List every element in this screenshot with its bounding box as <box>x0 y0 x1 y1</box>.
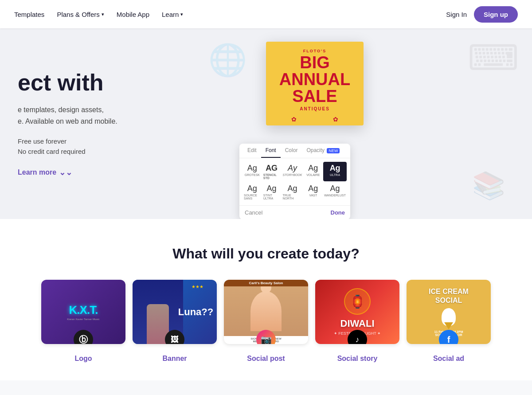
hero-title: ect with <box>18 70 117 95</box>
bullet-no-card: No credit card required <box>18 148 117 155</box>
nav-item-templates[interactable]: Templates <box>14 11 44 18</box>
learn-more-label: Learn more <box>18 168 56 176</box>
font-option-ultra[interactable]: Ag ULTRA <box>323 162 347 181</box>
create-card-banner: Luna?? ★★★ 🖼 <box>133 280 217 344</box>
nav-label-mobile: Mobile App <box>117 11 149 18</box>
font-tab-font[interactable]: Font <box>261 144 281 158</box>
chevron-down-icon: ▾ <box>180 12 183 17</box>
create-card-social-story: 🏮 DIWALI ✦ FESTIVAL OF LIGHT ✦ ♪ <box>315 280 399 344</box>
books-illustration: 📚 <box>472 170 505 201</box>
create-item-social-post[interactable]: Carli's Beauty Salon SIGN UP FOR OUR NEW… <box>224 280 308 363</box>
font-panel-actions: Cancel Done <box>239 205 350 219</box>
nav-item-mobile[interactable]: Mobile App <box>117 11 149 18</box>
navbar: Templates Plans & Offers ▾ Mobile App Le… <box>0 0 532 28</box>
logo-preview-text: K.X.T. <box>69 303 98 317</box>
create-section: What will you create today? K.X.T. Kiera… <box>0 219 532 380</box>
font-option-volaire[interactable]: Ag VOLAIRE <box>304 162 322 181</box>
design-card-deco: ✿✿ <box>271 113 358 125</box>
font-done-button[interactable]: Done <box>331 209 345 216</box>
logo-preview-sub: Kieran Xavier Tanner Music <box>67 318 99 321</box>
nav-label-learn: Learn <box>162 11 179 18</box>
design-card-brand: FLOTO'S <box>271 49 358 53</box>
create-card-social-ad: ICE CREAMSOCIAL 11 Feb · FROM 2PM SCOOPS… <box>407 280 491 344</box>
create-banner-label: Banner <box>162 355 187 363</box>
font-panel-tabs: Edit Font Color Opacity NEW <box>239 144 350 158</box>
design-card-main: BIG ANNUAL SALE <box>271 54 358 105</box>
create-card-logo: K.X.T. Kieran Xavier Tanner Music ⓑ <box>41 280 125 344</box>
hero-text: ect with e templates, design assets,e. A… <box>18 70 117 177</box>
bullet-free: Free use forever <box>18 137 117 145</box>
create-item-social-ad[interactable]: ICE CREAMSOCIAL 11 Feb · FROM 2PM SCOOPS… <box>407 280 491 363</box>
font-tab-edit[interactable]: Edit <box>243 144 261 158</box>
font-option-truenorth[interactable]: Ag TRUE NORTH <box>282 182 303 202</box>
hero-subtitle: e templates, design assets,e. Available … <box>18 104 117 127</box>
globe-illustration: 🌐 <box>208 42 247 78</box>
create-item-banner[interactable]: Luna?? ★★★ 🖼 Banner <box>133 280 217 363</box>
font-option-stencil[interactable]: AG STENCIL STD <box>262 162 281 181</box>
font-grid: Ag GROTESK AG STENCIL STD Ay STORYBOOK A… <box>239 158 350 205</box>
new-badge: NEW <box>327 148 340 153</box>
banner-preview-text: Luna?? <box>178 307 213 317</box>
design-card-sub: ANTIQUES <box>271 106 358 111</box>
create-grid: K.X.T. Kieran Xavier Tanner Music ⓑ Logo <box>18 280 514 363</box>
create-section-title: What will you create today? <box>18 246 514 262</box>
font-tab-opacity[interactable]: Opacity NEW <box>302 144 344 158</box>
create-social-ad-label: Social ad <box>433 355 464 363</box>
create-item-logo[interactable]: K.X.T. Kieran Xavier Tanner Music ⓑ Logo <box>41 280 125 363</box>
nav-item-plans[interactable]: Plans & Offers ▾ <box>57 11 104 18</box>
sign-up-button[interactable]: Sign up <box>474 6 518 23</box>
create-social-post-label: Social post <box>247 355 285 363</box>
create-social-story-label: Social story <box>337 355 378 363</box>
font-option-vast[interactable]: Ag VAST <box>304 182 322 202</box>
font-option-storybook[interactable]: Ay STORYBOOK <box>282 162 303 181</box>
font-option-source-sans[interactable]: Ag SOURCE SANS <box>243 182 262 202</box>
nav-label-plans: Plans & Offers <box>57 11 99 18</box>
typewriter-illustration: ⌨ <box>468 37 519 78</box>
font-option-wanderlust[interactable]: Ag WANDERLUST <box>323 182 347 202</box>
hero-illustration: ⌨ 📚 🌐 FLOTO'S BIG ANNUAL SALE ANTIQUES ✿… <box>195 28 532 219</box>
chevron-down-icon: ▾ <box>102 12 104 17</box>
learn-more-link[interactable]: Learn more ⌄⌄ <box>18 168 117 177</box>
chevron-double-down-icon: ⌄⌄ <box>59 168 72 177</box>
font-option-grotesk[interactable]: Ag GROTESK <box>243 162 262 181</box>
create-logo-label: Logo <box>74 355 92 363</box>
nav-label-templates: Templates <box>14 11 44 18</box>
font-option-stint[interactable]: Ag STINT ULTRA <box>262 182 281 202</box>
diwali-title: DIWALI <box>340 318 375 329</box>
design-card-inner: FLOTO'S BIG ANNUAL SALE ANTIQUES ✿✿ <box>266 42 364 125</box>
icecream-title: ICE CREAMSOCIAL <box>429 287 469 304</box>
create-card-social-post: Carli's Beauty Salon SIGN UP FOR OUR NEW… <box>224 280 308 344</box>
sign-in-button[interactable]: Sign In <box>446 11 467 18</box>
font-tab-color[interactable]: Color <box>281 144 302 158</box>
nav-left: Templates Plans & Offers ▾ Mobile App Le… <box>14 11 183 18</box>
create-item-social-story[interactable]: 🏮 DIWALI ✦ FESTIVAL OF LIGHT ✦ ♪ Social … <box>315 280 399 363</box>
nav-right: Sign In Sign up <box>446 6 518 23</box>
font-cancel-button[interactable]: Cancel <box>245 209 262 216</box>
design-card: FLOTO'S BIG ANNUAL SALE ANTIQUES ✿✿ <box>266 42 364 125</box>
hero-bullets: Free use forever No credit card required <box>18 137 117 155</box>
nav-item-learn[interactable]: Learn ▾ <box>162 11 183 18</box>
hero-section: ect with e templates, design assets,e. A… <box>0 28 532 219</box>
font-panel: Edit Font Color Opacity NEW Ag GROTESK <box>239 144 350 219</box>
